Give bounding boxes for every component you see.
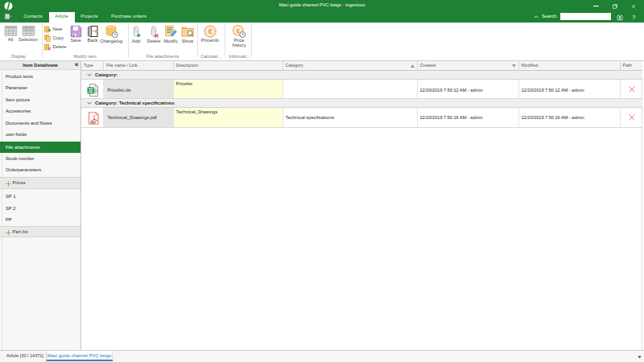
svg-text:€: € [208, 27, 213, 35]
svg-text:PDF: PDF [90, 121, 97, 124]
